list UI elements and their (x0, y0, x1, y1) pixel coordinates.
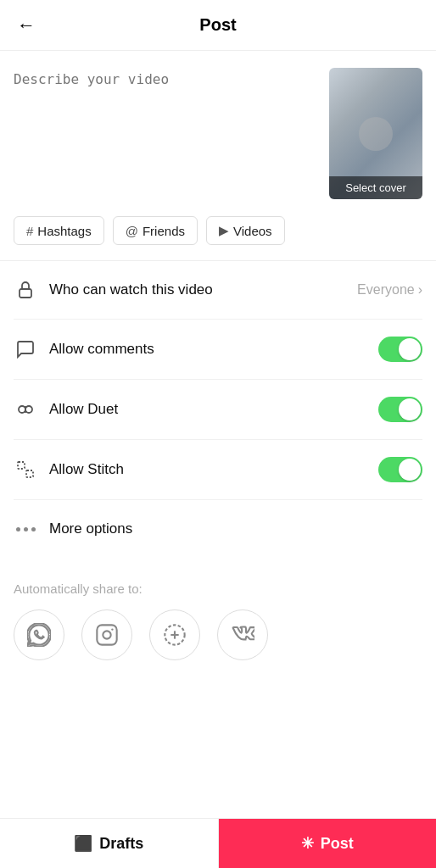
settings-list: Who can watch this video Everyone › Allo… (0, 261, 436, 558)
bottom-spacer (0, 674, 436, 750)
hashtag-icon: # (26, 224, 33, 238)
auto-share-section: Automatically share to: (0, 558, 436, 674)
videos-label: Videos (233, 224, 272, 238)
video-thumbnail-container[interactable]: Select cover (329, 68, 422, 199)
add-circle-icon (163, 623, 187, 647)
duet-icon (14, 398, 37, 421)
hashtags-button[interactable]: # Hashtags (14, 216, 104, 245)
svg-rect-0 (20, 289, 31, 298)
who-can-watch-value: Everyone › (357, 282, 422, 298)
video-description-input[interactable] (14, 68, 319, 170)
header: ← Post (0, 0, 436, 51)
at-icon: @ (126, 224, 138, 238)
chevron-right-icon: › (418, 282, 422, 298)
whatsapp-icon (27, 623, 51, 647)
friends-button[interactable]: @ Friends (113, 216, 198, 245)
allow-duet-row: Allow Duet (14, 380, 422, 440)
who-can-watch-label: Who can watch this video (49, 281, 345, 298)
vk-share-button[interactable] (217, 609, 268, 660)
svg-rect-4 (26, 470, 33, 477)
svg-point-1 (19, 406, 25, 413)
who-can-watch-row[interactable]: Who can watch this video Everyone › (14, 261, 422, 320)
whatsapp-share-button[interactable] (14, 609, 64, 660)
allow-duet-toggle[interactable] (378, 397, 422, 422)
post-button[interactable]: ✳ Post (219, 819, 437, 868)
allow-stitch-row: Allow Stitch (14, 440, 422, 500)
bottom-bar: ⬛ Drafts ✳ Post (0, 818, 436, 868)
svg-rect-5 (97, 625, 116, 644)
allow-stitch-toggle[interactable] (378, 457, 422, 482)
auto-share-label: Automatically share to: (14, 581, 422, 596)
hashtags-label: Hashtags (37, 224, 91, 238)
allow-comments-label: Allow comments (49, 341, 366, 358)
dots-icon (16, 527, 36, 531)
share-icons-row (14, 609, 422, 660)
play-icon: ▶ (219, 223, 229, 238)
lock-icon (14, 278, 37, 302)
video-section: Select cover (0, 51, 436, 216)
select-cover-label: Select cover (329, 176, 422, 199)
svg-rect-3 (18, 462, 25, 469)
allow-stitch-label: Allow Stitch (49, 461, 366, 478)
back-button[interactable]: ← (14, 11, 39, 40)
drafts-button[interactable]: ⬛ Drafts (0, 819, 219, 868)
svg-point-2 (25, 406, 32, 413)
svg-point-6 (103, 631, 110, 638)
post-star-icon: ✳ (301, 834, 314, 853)
friends-label: Friends (143, 224, 185, 238)
svg-point-7 (111, 628, 113, 630)
page-title: Post (199, 15, 236, 35)
allow-duet-label: Allow Duet (49, 401, 366, 418)
allow-comments-toggle[interactable] (378, 337, 422, 362)
drafts-label: Drafts (99, 835, 143, 853)
post-label: Post (321, 835, 354, 853)
videos-button[interactable]: ▶ Videos (206, 216, 285, 245)
vk-icon (231, 623, 254, 647)
more-options-row[interactable]: More options (14, 500, 422, 558)
instagram-icon (95, 623, 119, 647)
comment-icon (14, 337, 37, 361)
drafts-icon: ⬛ (74, 834, 92, 853)
more-options-icon (14, 517, 37, 541)
tags-row: # Hashtags @ Friends ▶ Videos (0, 216, 436, 260)
instagram-share-button[interactable] (81, 609, 132, 660)
allow-comments-row: Allow comments (14, 320, 422, 380)
stitch-icon (14, 458, 37, 481)
more-options-label: More options (49, 520, 422, 537)
add-share-button[interactable] (149, 609, 200, 660)
